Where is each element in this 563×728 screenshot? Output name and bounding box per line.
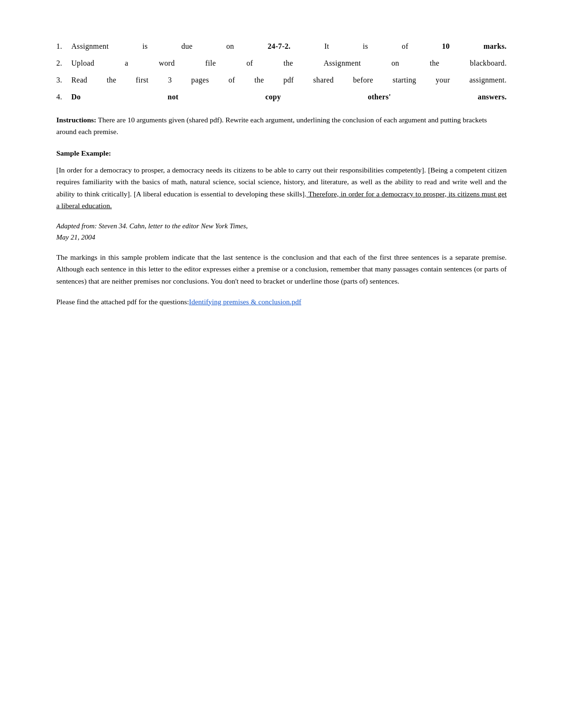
list-item-4-word-5: answers. [478, 93, 507, 101]
list-item-3-word-9: shared [313, 76, 334, 84]
list-item-4-word-4: others' [368, 93, 391, 101]
list-item-2-word-8: on [391, 59, 399, 68]
list-item-3-word-4: 3 [168, 76, 172, 84]
citation-line-1: Adapted from: Steven 34. Cahn, letter to… [56, 220, 507, 232]
explanation: The markings in this sample problem indi… [56, 251, 507, 287]
list-item-3-word-3: first [136, 76, 148, 84]
list-item-4-word-3: copy [266, 93, 281, 101]
list-number-3: 3. [56, 76, 71, 84]
list-item-4-word-2: not [167, 93, 178, 101]
pdf-link[interactable]: Identifying premises & conclusion.pdf [189, 298, 301, 306]
list-item-1-word-3: due [181, 42, 192, 51]
list-item-1-of: of [402, 42, 408, 51]
list-item-3-word-8: pdf [283, 76, 294, 84]
list-number-2: 2. [56, 59, 71, 68]
list-item-2-word-4: file [205, 59, 216, 68]
instructions-text: There are 10 arguments given (shared pdf… [56, 116, 487, 135]
pdf-link-text-prefix: Please find the attached pdf for the que… [56, 298, 189, 306]
list-item-4-word-1: Do [71, 93, 81, 101]
list-item-1: 1. Assignment is due on 24-7-2. It is of… [56, 42, 507, 51]
list-item-1-word-1: Assignment [71, 42, 109, 51]
list-item-3-word-12: your [435, 76, 450, 84]
list-item-3-word-6: of [228, 76, 235, 84]
list-item-2-word-5: of [246, 59, 253, 68]
instructions-section: Instructions: There are 10 arguments giv… [56, 114, 507, 138]
list-item-3-word-13: assignment. [469, 76, 507, 84]
list-item-3-word-7: the [254, 76, 264, 84]
sample-title: Sample Example: [56, 149, 507, 158]
list-item-2-word-1: Upload [71, 59, 94, 68]
list-item-3-word-5: pages [191, 76, 209, 84]
list-item-2-word-6: the [283, 59, 293, 68]
list-item-2-word-9: the [430, 59, 440, 68]
list-item-1-it: It [324, 42, 329, 51]
list-item-2-word-3: word [159, 59, 175, 68]
list-item-1-is: is [363, 42, 368, 51]
list-item-1-marks-num: 10 [442, 42, 450, 51]
list-item-2-word-2: a [125, 59, 128, 68]
instructions-label: Instructions: [56, 116, 96, 124]
list-number-1: 1. [56, 42, 71, 51]
sample-paragraph: [In order for a democracy to prosper, a … [56, 164, 507, 212]
page: 1. Assignment is due on 24-7-2. It is of… [0, 0, 563, 728]
citation-line-2: May 21, 2004 [56, 232, 507, 243]
list-item-3: 3. Read the first 3 pages of the pdf sha… [56, 76, 507, 84]
list-item-2: 2. Upload a word file of the Assignment … [56, 59, 507, 68]
list-item-2-word-10: blackboard. [470, 59, 507, 68]
list-item-3-word-11: starting [393, 76, 417, 84]
pdf-link-line: Please find the attached pdf for the que… [56, 296, 507, 308]
list-item-1-date: 24-7-2. [268, 42, 291, 51]
list-number-4: 4. [56, 93, 71, 101]
list-item-1-marks-word: marks. [483, 42, 506, 51]
citation: Adapted from: Steven 34. Cahn, letter to… [56, 220, 507, 243]
list-item-1-word-2: is [142, 42, 147, 51]
list-item-2-word-7: Assignment [324, 59, 361, 68]
list-item-3-word-2: the [107, 76, 116, 84]
list-item-1-word-4: on [226, 42, 234, 51]
numbered-list: 1. Assignment is due on 24-7-2. It is of… [56, 42, 507, 101]
list-item-3-word-10: before [353, 76, 373, 84]
list-item-3-word-1: Read [71, 76, 87, 84]
list-item-4: 4. Do not copy others' answers. [56, 93, 507, 101]
